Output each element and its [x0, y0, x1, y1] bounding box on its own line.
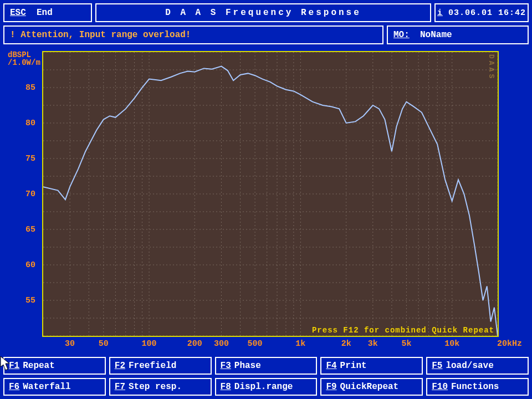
timestamp: 03.06.01 16:42	[448, 8, 526, 18]
fn-key: F9	[326, 382, 336, 392]
y-tick: 85	[25, 83, 35, 93]
fn-label: Step resp.	[129, 382, 182, 392]
fn-label: Functions	[451, 382, 499, 392]
x-tick: 500	[248, 339, 263, 349]
function-row-1: F1RepeatF2FreefieldF3PhaseF4PrintF5load/…	[3, 357, 529, 375]
fn-key: F10	[432, 382, 448, 392]
title-bar: ESC End D A A S Frequency Response i 03.…	[3, 3, 529, 22]
chart-area: dBSPL /1.0W/m DAAS Press F12 for combine…	[3, 48, 529, 354]
measurement-object-panel: MO: NoName	[387, 25, 529, 44]
fn-key: F6	[9, 382, 19, 392]
mo-value: NoName	[420, 30, 452, 40]
fn-key: F2	[115, 361, 125, 371]
hint-text: Press F12 for combined Quick Repeat	[312, 326, 494, 335]
plot: DAAS Press F12 for combined Quick Repeat…	[43, 52, 498, 336]
fn-label: Displ.range	[234, 382, 293, 392]
y-tick: 55	[25, 296, 35, 305]
fn-key: F5	[432, 361, 442, 371]
fn-f10-button[interactable]: F10Functions	[426, 378, 529, 396]
status-bar: ! Attention, Input range overload! MO: N…	[3, 25, 529, 44]
fn-key: F7	[115, 382, 125, 392]
fn-key: F1	[9, 361, 19, 371]
fn-label: Phase	[234, 361, 261, 371]
fn-f4-button[interactable]: F4Print	[320, 357, 423, 375]
y-tick: 60	[25, 260, 35, 270]
fn-label: Waterfall	[23, 382, 70, 392]
x-tick: 300	[214, 339, 229, 349]
x-axis-unit: 20kHz	[497, 339, 522, 349]
watermark: DAAS	[487, 54, 495, 80]
fn-f3-button[interactable]: F3Phase	[215, 357, 318, 375]
fn-key: F3	[221, 361, 231, 371]
y-tick: 75	[25, 154, 35, 163]
x-tick: 10k	[444, 339, 459, 349]
datetime-panel: i 03.06.01 16:42	[434, 3, 529, 22]
esc-key: ESC	[10, 8, 26, 18]
fn-f7-button[interactable]: F7Step resp.	[109, 378, 212, 396]
fn-f6-button[interactable]: F6Waterfall	[3, 378, 106, 396]
fn-f1-button[interactable]: F1Repeat	[3, 357, 106, 375]
esc-button[interactable]: ESC End	[3, 3, 92, 22]
fn-f5-button[interactable]: F5load/save	[426, 357, 529, 375]
x-tick: 5k	[401, 339, 411, 349]
mo-key: MO:	[393, 30, 410, 40]
fn-label: load/save	[446, 361, 493, 371]
plot-trace	[43, 52, 498, 336]
info-key: i	[437, 8, 443, 18]
status-message: ! Attention, Input range overload!	[3, 25, 383, 44]
y-axis-title: dBSPL /1.0W/m	[8, 51, 40, 66]
y-tick: 70	[25, 190, 35, 199]
y-tick: 80	[25, 119, 35, 128]
x-tick: 30	[65, 339, 75, 349]
function-row-2: F6WaterfallF7Step resp.F8Displ.rangeF9Qu…	[3, 378, 529, 396]
fn-label: Repeat	[23, 361, 55, 371]
app-title: D A A S Frequency Response	[95, 3, 431, 22]
fn-label: Freefield	[129, 361, 176, 371]
fn-f2-button[interactable]: F2Freefield	[109, 357, 212, 375]
fn-label: QuickRepeat	[340, 382, 399, 392]
fn-key: F4	[326, 361, 336, 371]
y-tick: 65	[25, 225, 35, 234]
esc-label: End	[37, 8, 53, 18]
fn-f8-button[interactable]: F8Displ.range	[215, 378, 318, 396]
x-tick: 200	[187, 339, 202, 349]
x-tick: 3k	[368, 339, 378, 349]
fn-f9-button[interactable]: F9QuickRepeat	[320, 378, 423, 396]
fn-key: F8	[221, 382, 231, 392]
x-tick: 2k	[341, 339, 351, 349]
fn-label: Print	[340, 361, 367, 371]
x-tick: 100	[142, 339, 157, 349]
x-tick: 1k	[295, 339, 305, 349]
x-tick: 50	[99, 339, 109, 349]
